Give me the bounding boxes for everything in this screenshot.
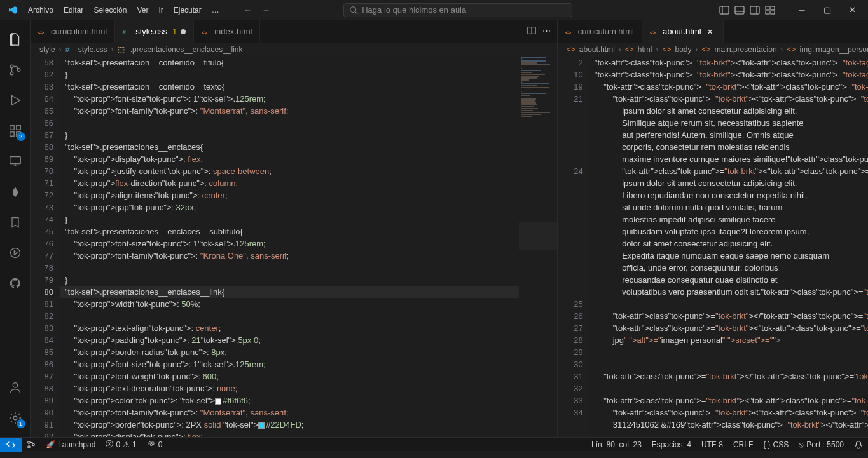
activity-bar: 2 1 [0,20,31,437]
live-share-icon[interactable] [0,238,31,268]
vscode-logo-icon [5,3,20,18]
tab-index-html[interactable]: <>index.html [194,20,260,43]
notifications-icon[interactable] [849,438,868,452]
breadcrumbs[interactable]: style›#style.css›⬚.presentaciones__encla… [31,43,557,57]
tab-about-html[interactable]: <>about.html× [642,20,724,43]
git-branch-status[interactable] [22,438,41,452]
close-icon[interactable]: × [705,27,715,37]
svg-rect-6 [750,6,759,14]
menu-selección[interactable]: Selección [88,3,132,17]
main-menu: ArchivoEditarSelecciónVerIrEjecutar… [23,3,224,17]
svg-text:<>: <> [38,29,45,35]
extensions-badge: 2 [17,132,25,141]
menu-…[interactable]: … [207,3,224,17]
svg-text:<>: <> [650,29,656,35]
nav-forward-icon[interactable]: → [262,5,270,15]
cursor-position[interactable]: Lín. 80, col. 23 [586,438,647,452]
maximize-button[interactable]: ▢ [815,0,840,20]
explorer-icon[interactable] [0,24,31,55]
editor-group-1: <>curriculum.html#style.css1<>index.html… [31,20,558,437]
tabs-row: <>curriculum.html<>about.html× [558,20,868,43]
svg-text:<>: <> [565,29,572,35]
language-mode-status[interactable]: { } CSS [758,438,794,452]
settings-icon[interactable]: 1 [0,403,31,433]
svg-line-1 [355,11,358,14]
svg-rect-15 [10,126,13,130]
menu-archivo[interactable]: Archivo [23,3,59,17]
svg-rect-8 [766,6,769,10]
breadcrumb-item[interactable]: main.presentacion [715,45,777,54]
remote-button[interactable] [0,438,22,452]
svg-rect-10 [766,11,769,14]
svg-rect-19 [10,157,20,164]
source-control-icon[interactable] [0,55,31,85]
extensions-icon[interactable]: 2 [0,116,31,146]
breadcrumb-item[interactable]: about.html [579,45,615,54]
layout-customize-icon[interactable] [765,5,775,15]
menu-ejecutar[interactable]: Ejecutar [169,3,207,17]
svg-point-12 [10,65,13,68]
tab-curriculum-html[interactable]: <>curriculum.html [558,20,642,43]
search-placeholder: Haga lo que hicimos en aula [362,5,466,15]
svg-point-24 [13,416,17,420]
svg-text:<>: <> [202,29,208,35]
problems-status[interactable]: ⓧ 0 ⚠ 1 [100,438,141,452]
github-icon[interactable] [0,268,31,299]
eol-status[interactable]: CRLF [728,438,758,452]
svg-point-35 [150,443,153,446]
breadcrumb-item[interactable]: .presentaciones__enclaces__link [130,45,243,54]
tabs-row: <>curriculum.html#style.css1<>index.html… [31,20,557,43]
modified-dot-icon [181,29,186,34]
breadcrumbs[interactable]: <>about.html›<>html›<>body›<>main.presen… [558,43,868,57]
svg-rect-18 [16,126,20,130]
bookmarks-icon[interactable] [0,207,31,238]
ports-status[interactable]: 0 [142,438,168,452]
launchpad-status[interactable]: 🚀 Launchpad [41,438,100,452]
layout-panel-bottom-icon[interactable] [734,5,745,15]
minimize-button[interactable]: ─ [789,0,815,20]
mongodb-icon[interactable] [0,177,31,207]
svg-point-34 [32,443,35,446]
editor-body[interactable]: 21019212425262728293031323334 "tok-attr"… [558,57,868,437]
nav-back-icon[interactable]: ← [244,5,252,15]
status-bar: 🚀 Launchpad ⓧ 0 ⚠ 1 0 Lín. 80, col. 23 E… [0,437,868,451]
tab-style-css[interactable]: #style.css1 [115,20,194,43]
title-bar: ArchivoEditarSelecciónVerIrEjecutar… ← →… [0,0,868,20]
tab-curriculum-html[interactable]: <>curriculum.html [31,20,115,43]
svg-rect-11 [771,11,775,14]
breadcrumb-item[interactable]: style.css [78,45,107,54]
layout-panel-left-icon[interactable] [719,5,729,15]
svg-point-23 [13,383,17,387]
breadcrumb-item[interactable]: img.imagen__personal [800,45,868,54]
close-button[interactable]: ✕ [840,0,865,20]
layout-panel-right-icon[interactable] [750,5,760,15]
menu-editar[interactable]: Editar [59,3,88,17]
breadcrumb-item[interactable]: body [675,45,692,54]
svg-rect-9 [771,6,775,10]
tab-actions: ⋯ [521,26,557,37]
menu-ver[interactable]: Ver [132,3,153,17]
more-actions-icon[interactable]: ⋯ [542,26,551,37]
editor-group-2: <>curriculum.html<>about.html× <>about.h… [558,20,868,437]
svg-point-13 [10,72,13,75]
run-debug-icon[interactable] [0,85,31,116]
encoding-status[interactable]: UTF-8 [696,438,728,452]
breadcrumb-item[interactable]: style [39,45,55,54]
breadcrumb-item[interactable]: html [638,45,652,54]
menu-ir[interactable]: Ir [153,3,168,17]
svg-text:#: # [123,29,126,35]
settings-badge: 1 [17,419,25,428]
svg-point-0 [350,6,356,12]
svg-point-14 [17,69,20,72]
split-editor-icon[interactable] [527,26,536,37]
svg-point-22 [10,248,20,258]
command-center[interactable]: Haga lo que hicimos en aula [343,3,572,17]
remote-explorer-icon[interactable] [0,146,31,177]
editor-body[interactable]: 5862636465666768697071727374757677787980… [31,57,557,437]
live-server-status[interactable]: ⦸ Port : 5500 [794,438,849,452]
nav-arrows: ← → [244,5,270,15]
minimap[interactable] [519,57,557,437]
indentation-status[interactable]: Espacios: 4 [647,438,696,452]
svg-rect-2 [720,6,729,14]
account-icon[interactable] [0,372,31,403]
